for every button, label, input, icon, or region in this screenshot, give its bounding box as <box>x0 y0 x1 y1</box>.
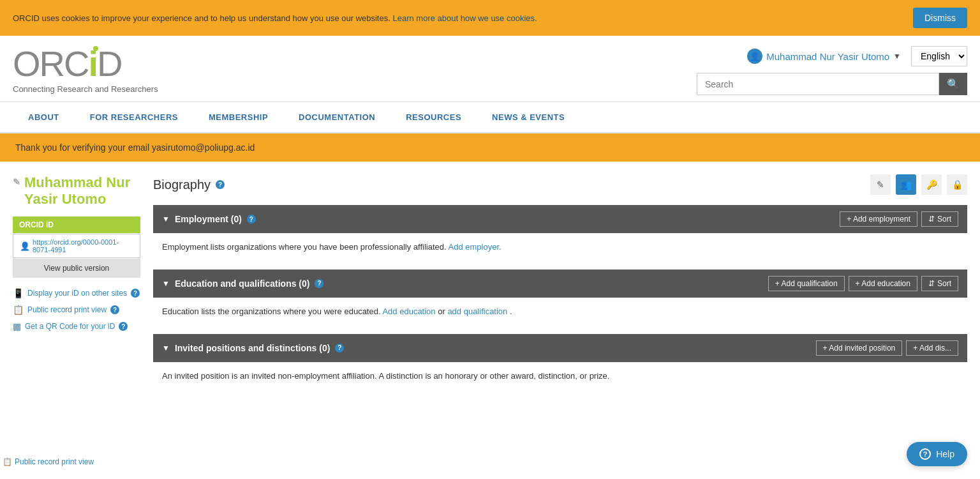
add-education-button[interactable]: + Add education <box>849 276 917 291</box>
logo: ORC​iD <box>13 46 158 82</box>
invited-header-left: ▼ Invited positions and distinctions (0)… <box>162 343 344 353</box>
right-panel: Biography ? ✎ 👥 🔑 🔒 ▼ Employment (0) ? +… <box>153 174 967 398</box>
logo-area: ORC​iD Connecting Research and Researche… <box>13 46 158 94</box>
header-top-right: 👤 Muhammad Nur Yasir Utomo ▼ English <box>747 46 967 66</box>
invited-help-icon[interactable]: ? <box>335 344 344 353</box>
user-menu[interactable]: 👤 Muhammad Nur Yasir Utomo ▼ <box>747 49 901 64</box>
nav-documentation[interactable]: DOCUMENTATION <box>283 102 390 132</box>
logo-subtitle: Connecting Research and Researchers <box>13 84 158 94</box>
qr-code-link[interactable]: ▦ Get a QR Code for your iD ? <box>13 321 140 331</box>
people-button[interactable]: 👥 <box>896 174 916 195</box>
search-input[interactable] <box>697 73 939 95</box>
header-right: 👤 Muhammad Nur Yasir Utomo ▼ English 🔍 <box>697 46 967 95</box>
print-view-link[interactable]: 📋 Public record print view ? <box>13 305 140 315</box>
biography-help-icon[interactable]: ? <box>216 180 225 189</box>
sidebar-user-name: ✎ Muhammad Nur Yasir Utomo <box>13 174 140 208</box>
qr-help-icon[interactable]: ? <box>119 322 128 331</box>
display-id-link[interactable]: 📱 Display your iD on other sites ? <box>13 288 140 298</box>
edit-biography-button[interactable]: ✎ <box>870 174 891 195</box>
employment-chevron-icon: ▼ <box>162 215 170 224</box>
add-qualification-button[interactable]: + Add qualification <box>768 276 845 291</box>
cookie-banner: ORCID uses cookies to improve your exper… <box>0 0 980 36</box>
dismiss-button[interactable]: Dismiss <box>913 8 967 28</box>
employment-header-left: ▼ Employment (0) ? <box>162 214 256 224</box>
orcid-icon: 👤 <box>20 241 30 251</box>
biography-header: Biography ? ✎ 👥 🔑 🔒 <box>153 174 967 195</box>
sort-icon: ⇵ <box>928 279 935 288</box>
invited-section-header[interactable]: ▼ Invited positions and distinctions (0)… <box>153 334 967 362</box>
invited-chevron-icon: ▼ <box>162 344 170 353</box>
education-section: ▼ Education and qualifications (0) ? + A… <box>153 270 967 326</box>
sort-icon: ⇵ <box>928 215 935 224</box>
qr-icon: ▦ <box>13 321 21 331</box>
key-button[interactable]: 🔑 <box>921 174 942 195</box>
education-section-body: Education lists the organizations where … <box>153 298 967 326</box>
sidebar: ✎ Muhammad Nur Yasir Utomo ORCID iD 👤 ht… <box>13 174 140 398</box>
orcid-id-label: ORCID iD <box>13 217 140 233</box>
language-select[interactable]: English <box>911 46 967 66</box>
print-view-help-icon[interactable]: ? <box>110 305 119 314</box>
employment-section-body: Employment lists organizations where you… <box>153 233 967 262</box>
education-help-icon[interactable]: ? <box>315 279 323 288</box>
print-icon: 📋 <box>13 305 24 315</box>
add-employer-link[interactable]: Add employer. <box>449 242 501 252</box>
email-verification-banner: Thank you for verifying your email yasir… <box>0 133 980 162</box>
edit-name-icon[interactable]: ✎ <box>13 177 20 187</box>
main-nav: ABOUT FOR RESEARCHERS MEMBERSHIP DOCUMEN… <box>0 102 980 133</box>
education-chevron-icon: ▼ <box>162 279 170 288</box>
orcid-link: 👤 https://orcid.org/0000-0001-8071-4991 <box>13 234 140 258</box>
display-id-help-icon[interactable]: ? <box>131 289 140 298</box>
cookie-text: ORCID uses cookies to improve your exper… <box>13 13 537 23</box>
add-employment-button[interactable]: + Add employment <box>840 211 917 227</box>
display-id-icon: 📱 <box>13 288 24 298</box>
sidebar-links: 📱 Display your iD on other sites ? 📋 Pub… <box>13 288 140 331</box>
education-header-right: + Add qualification + Add education ⇵ So… <box>768 276 958 291</box>
add-invited-position-button[interactable]: + Add invited position <box>816 340 903 356</box>
biography-title: Biography ? <box>153 178 225 192</box>
lock-button[interactable]: 🔒 <box>947 174 967 195</box>
employment-help-icon[interactable]: ? <box>247 215 256 224</box>
education-section-header[interactable]: ▼ Education and qualifications (0) ? + A… <box>153 270 967 298</box>
cookie-learn-more-link[interactable]: Learn more about how we use cookies. <box>392 13 537 23</box>
nav-news-events[interactable]: NEWS & EVENTS <box>477 102 580 132</box>
nav-about[interactable]: ABOUT <box>13 102 75 132</box>
biography-actions: ✎ 👥 🔑 🔒 <box>870 174 967 195</box>
header: ORC​iD Connecting Research and Researche… <box>0 36 980 102</box>
employment-section-header[interactable]: ▼ Employment (0) ? + Add employment ⇵ So… <box>153 205 967 233</box>
user-name: Muhammad Nur Yasir Utomo <box>766 51 889 62</box>
invited-section-body: An invited position is an invited non-em… <box>153 362 967 391</box>
invited-positions-section: ▼ Invited positions and distinctions (0)… <box>153 334 967 391</box>
search-button[interactable]: 🔍 <box>939 73 967 95</box>
nav-resources[interactable]: RESOURCES <box>390 102 477 132</box>
nav-for-researchers[interactable]: FOR RESEARCHERS <box>75 102 193 132</box>
sort-education-button[interactable]: ⇵ Sort <box>921 276 958 291</box>
chevron-down-icon: ▼ <box>893 52 901 61</box>
employment-header-right: + Add employment ⇵ Sort <box>840 211 958 227</box>
sort-employment-button[interactable]: ⇵ Sort <box>921 211 958 227</box>
education-header-left: ▼ Education and qualifications (0) ? <box>162 278 323 289</box>
user-icon: 👤 <box>747 49 762 64</box>
nav-membership[interactable]: MEMBERSHIP <box>193 102 283 132</box>
add-education-link[interactable]: Add education <box>382 307 435 316</box>
add-distinction-button[interactable]: + Add dis... <box>906 340 958 356</box>
add-qualification-link[interactable]: add qualification <box>447 307 507 316</box>
employment-section: ▼ Employment (0) ? + Add employment ⇵ So… <box>153 205 967 262</box>
main-content: ✎ Muhammad Nur Yasir Utomo ORCID iD 👤 ht… <box>0 162 980 411</box>
view-public-button[interactable]: View public version <box>13 259 140 278</box>
search-bar: 🔍 <box>697 73 967 95</box>
invited-header-right: + Add invited position + Add dis... <box>816 340 958 356</box>
